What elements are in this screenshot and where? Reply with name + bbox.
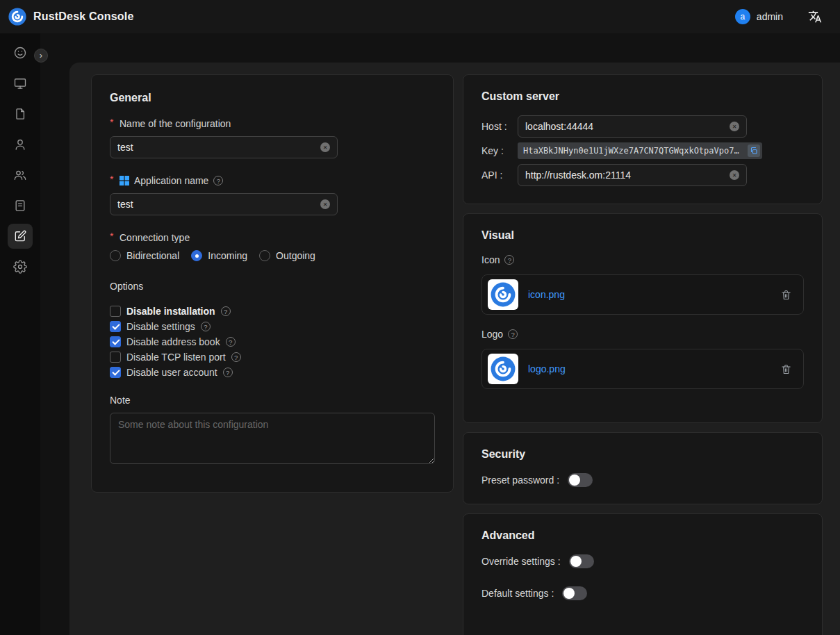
api-input[interactable] [525, 170, 724, 181]
checkbox-row[interactable]: Disable installation [110, 306, 435, 317]
journal-icon [13, 199, 27, 213]
icon-preview [488, 279, 518, 310]
checkbox[interactable] [110, 321, 121, 332]
note-label: Note [110, 395, 435, 406]
default-settings-row: Default settings : [481, 586, 804, 600]
main-area: General Name of the configuration [40, 33, 840, 635]
override-settings-toggle[interactable] [569, 554, 594, 568]
checkbox-row[interactable]: Disable TCP listen port [110, 352, 435, 363]
sidebar-item-users[interactable] [8, 132, 33, 157]
copy-icon[interactable] [748, 145, 760, 157]
checkbox[interactable] [110, 367, 121, 378]
radio-option[interactable]: Bidirectional [110, 250, 179, 261]
radio-label: Incoming [208, 250, 247, 261]
logo-preview [488, 354, 518, 384]
sidebar [0, 33, 40, 635]
advanced-card: Advanced Override settings : Default set… [463, 513, 823, 635]
help-icon[interactable] [508, 329, 518, 339]
checkbox-label: Disable user account [126, 367, 217, 378]
checkbox-label: Disable address book [126, 336, 220, 347]
config-name-input[interactable] [117, 142, 315, 153]
radio-option[interactable]: Incoming [191, 250, 247, 261]
checkbox[interactable] [110, 306, 121, 317]
checkbox-row[interactable]: Disable settings [110, 321, 435, 332]
logo-file-link[interactable]: logo.png [528, 363, 566, 374]
key-value: HtaXBkJNHyn0e1U1jWXze7A7CN7QTGWqxkOtpaVp… [523, 146, 743, 156]
application-name-label-text: Application name [134, 175, 208, 186]
application-name-input-wrap [110, 193, 338, 215]
help-icon[interactable] [201, 322, 211, 331]
header: RustDesk Console a admin [0, 0, 840, 33]
checkbox-label: Disable installation [126, 306, 215, 317]
help-icon[interactable] [223, 368, 233, 377]
clear-icon[interactable] [730, 122, 739, 131]
key-value-chip[interactable]: HtaXBkJNHyn0e1U1jWXze7A7CN7QTGWqxkOtpaVp… [518, 142, 762, 159]
advanced-card-spacer [481, 618, 804, 635]
checkbox[interactable] [110, 352, 121, 363]
default-settings-toggle[interactable] [562, 586, 587, 600]
application-name-input[interactable] [117, 199, 315, 210]
clear-icon[interactable] [320, 199, 330, 209]
radio-control[interactable] [191, 250, 202, 261]
sidebar-item-documents[interactable] [8, 101, 33, 126]
sidebar-item-configurations[interactable] [8, 224, 33, 249]
checkbox-label: Disable settings [126, 321, 195, 332]
preset-password-toggle[interactable] [568, 473, 593, 487]
required-asterisk [110, 117, 115, 128]
logo-label: Logo [481, 329, 503, 340]
sidebar-item-welcome[interactable] [8, 40, 33, 65]
icon-file-link[interactable]: icon.png [528, 289, 565, 300]
visual-card-spacer [481, 389, 804, 407]
advanced-title: Advanced [481, 529, 804, 542]
radio-control[interactable] [110, 250, 121, 261]
radio-control[interactable] [259, 250, 270, 261]
delete-icon[interactable] [780, 289, 792, 301]
checkbox-row[interactable]: Disable user account [110, 367, 435, 378]
avatar[interactable]: a [735, 9, 750, 24]
security-card: Security Preset password : [463, 432, 823, 504]
options-checkbox-list: Disable installation Disable settings [110, 306, 435, 378]
translate-icon[interactable] [808, 10, 822, 24]
smiley-icon [13, 46, 27, 60]
header-right: a admin [735, 9, 822, 24]
delete-icon[interactable] [780, 363, 792, 375]
security-title: Security [481, 448, 804, 461]
connection-type-field: Connection type Bidirectional [110, 232, 435, 261]
help-icon[interactable] [226, 337, 236, 347]
sidebar-item-devices[interactable] [8, 71, 33, 96]
icon-file-box: icon.png [481, 274, 804, 315]
icon-label-row: Icon [481, 254, 804, 265]
help-icon[interactable] [504, 255, 514, 265]
sidebar-item-settings[interactable] [8, 254, 33, 279]
content-panel: General Name of the configuration [69, 63, 840, 635]
checkbox[interactable] [110, 336, 121, 347]
checkbox-row[interactable]: Disable address book [110, 336, 435, 347]
connection-type-label-text: Connection type [120, 232, 190, 243]
general-title: General [110, 92, 435, 104]
key-label: Key : [481, 145, 518, 156]
help-icon[interactable] [231, 352, 241, 362]
clear-icon[interactable] [730, 170, 739, 180]
required-asterisk [110, 174, 115, 185]
radio-option[interactable]: Outgoing [259, 250, 315, 261]
host-input-wrap [518, 115, 747, 138]
help-icon[interactable] [221, 306, 231, 316]
custom-server-card: Custom server Host : Key : HtaXBkJNH [463, 74, 823, 204]
sidebar-item-logs[interactable] [8, 193, 33, 218]
visual-title: Visual [481, 229, 804, 242]
help-icon[interactable] [213, 176, 223, 185]
key-row: Key : HtaXBkJNHyn0e1U1jWXze7A7CN7QTGWqxk… [481, 140, 804, 162]
host-input[interactable] [525, 121, 724, 132]
user-name[interactable]: admin [757, 11, 783, 22]
custom-server-title: Custom server [481, 90, 804, 103]
default-settings-label: Default settings : [481, 588, 554, 599]
clear-icon[interactable] [320, 142, 330, 152]
users-icon [13, 168, 27, 182]
config-name-label-text: Name of the configuration [120, 118, 231, 129]
note-textarea[interactable] [110, 413, 435, 464]
logo-file-box: logo.png [481, 349, 804, 389]
radio-label: Outgoing [276, 250, 315, 261]
sidebar-item-groups[interactable] [8, 163, 33, 188]
config-name-input-wrap [110, 136, 338, 158]
sidebar-expand-button[interactable] [34, 49, 48, 63]
